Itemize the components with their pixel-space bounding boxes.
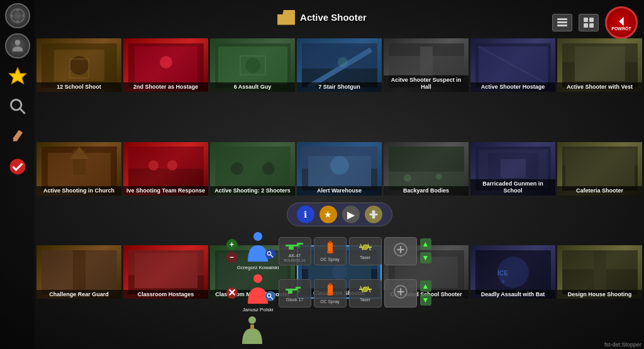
favorite-button[interactable]: ★ bbox=[319, 206, 337, 223]
char-2-item-glock17[interactable]: Glock 17 bbox=[279, 279, 311, 307]
thumb-label: Cafeteria Shooter bbox=[557, 186, 642, 196]
char-1-avatar bbox=[243, 231, 273, 264]
svg-point-8 bbox=[11, 100, 21, 110]
char-2-down-arrow[interactable]: ▼ bbox=[420, 294, 431, 306]
svg-point-27 bbox=[160, 56, 172, 69]
thumb-label: Deadly Assault with Bat bbox=[470, 290, 555, 299]
tool-button[interactable] bbox=[365, 206, 382, 223]
thumb-12-school-shoot[interactable]: 12 School Shoot bbox=[36, 38, 121, 92]
thumb-classroom-hostages[interactable]: Classroom Hostages bbox=[123, 245, 208, 299]
grid-view-button[interactable] bbox=[579, 14, 599, 31]
thumb-active-shooter-hostage[interactable]: Active Shooter Hostage bbox=[470, 38, 555, 92]
person-icon[interactable] bbox=[5, 33, 30, 58]
char-1-item-oc-spray[interactable]: OC Spray bbox=[314, 237, 347, 265]
thumb-label: Active Shooting in Church bbox=[36, 186, 121, 196]
char-1-down-arrow[interactable]: ▼ bbox=[420, 252, 431, 263]
thumb-label: Active Shooter Hostage bbox=[470, 82, 555, 92]
char-1-item-ak47[interactable]: AK-47 BOUNOS.10 bbox=[279, 237, 311, 265]
svg-point-63 bbox=[404, 174, 411, 182]
ak47-label: AK-47 bbox=[289, 253, 301, 258]
char-1-item-taser[interactable]: Taser bbox=[349, 237, 382, 265]
svg-point-122 bbox=[327, 293, 333, 296]
char-2-item-add[interactable] bbox=[384, 279, 417, 307]
back-button-label: POWRÓT bbox=[611, 26, 631, 31]
taser-2-icon bbox=[358, 284, 373, 297]
thumb-acitve-shooter-hall[interactable]: Acitve Shooter Suspect in Hall bbox=[384, 38, 469, 92]
thumb-active-shooter-vest[interactable]: Active Shooter with Vest bbox=[557, 38, 642, 92]
ak47-icon bbox=[286, 240, 304, 253]
svg-point-125 bbox=[363, 287, 368, 292]
char-1-name: Grzegorz Kowalski bbox=[237, 265, 279, 270]
thumb-6-assault-guy[interactable]: 6 Assault Guy bbox=[210, 38, 295, 92]
svg-rect-132 bbox=[250, 324, 254, 330]
svg-point-107 bbox=[363, 245, 368, 250]
svg-point-96 bbox=[267, 252, 271, 255]
char-2-zoom[interactable] bbox=[265, 291, 275, 301]
svg-point-56 bbox=[262, 162, 275, 175]
svg-line-115 bbox=[270, 297, 273, 299]
folder-icon bbox=[277, 10, 295, 25]
check-icon[interactable] bbox=[5, 154, 30, 179]
thumb-cafeteria-shooter[interactable]: Cafeteria Shooter bbox=[557, 142, 642, 196]
thumb-backyard-bodies[interactable]: Backyard Bodies bbox=[384, 142, 469, 196]
char-1-arrows: ▲ ▼ bbox=[420, 238, 431, 263]
char-2-avatar bbox=[243, 274, 273, 306]
character-panel: + − Grzegorz Kowalski bbox=[226, 231, 453, 346]
thumb-alert-warehouse[interactable]: Alert Warehouse bbox=[297, 142, 382, 196]
taser-2-label: Taser bbox=[360, 297, 370, 302]
svg-rect-54 bbox=[215, 147, 291, 191]
add-item-2-icon bbox=[394, 285, 408, 301]
thumb-challenge-rear-guard[interactable]: Challenge Rear Guard bbox=[36, 245, 121, 299]
thumb-ive-shooting-team[interactable]: Ive Shooting Team Response bbox=[123, 142, 208, 196]
remove-char-2-button[interactable]: ✕ bbox=[226, 287, 238, 299]
oc-spray-2-icon bbox=[325, 282, 336, 299]
char-2-arrows: ▲ ▼ bbox=[420, 280, 431, 306]
ak47-sublabel: BOUNOS.10 bbox=[284, 258, 305, 262]
char-1-item-add[interactable] bbox=[384, 237, 417, 265]
character-row-2: ✕ Janusz Polski bbox=[226, 274, 453, 313]
char-2-controls: ✕ bbox=[226, 287, 238, 299]
char-1-up-arrow[interactable]: ▲ bbox=[420, 238, 431, 250]
thumb-design-house-shooting[interactable]: Design House Shooting bbox=[557, 245, 642, 299]
oc-spray-label: OC Spray bbox=[320, 257, 340, 262]
svg-point-60 bbox=[330, 156, 349, 175]
thumb-active-shooting-church[interactable]: Active Shooting in Church bbox=[36, 142, 121, 196]
list-view-button[interactable] bbox=[552, 14, 572, 31]
svg-line-97 bbox=[270, 255, 273, 257]
search-icon[interactable] bbox=[5, 94, 30, 119]
character-row-3 bbox=[239, 316, 453, 346]
svg-marker-7 bbox=[9, 68, 26, 84]
char-1-zoom[interactable] bbox=[265, 249, 275, 259]
thumb-active-shooting-2[interactable]: Active Shooting: 2 Shooters bbox=[210, 142, 295, 196]
char-2-item-oc-spray[interactable]: OC Spray bbox=[314, 279, 347, 307]
thumb-barricaded-gunmen[interactable]: Barricaded Gunmen in School bbox=[470, 142, 555, 196]
thumb-2nd-shooter-hostage[interactable]: 2nd Shooter as Hostage bbox=[123, 38, 208, 92]
add-char-1-button[interactable]: + bbox=[226, 239, 238, 250]
star-sidebar-icon[interactable] bbox=[5, 64, 30, 89]
taser-label: Taser bbox=[360, 255, 370, 260]
page-title: Active Shooter bbox=[300, 12, 367, 23]
play-button[interactable]: ▶ bbox=[342, 206, 360, 223]
svg-point-30 bbox=[245, 58, 260, 73]
status-text: fst-det:Stopper bbox=[604, 341, 641, 348]
svg-text:ICE: ICE bbox=[497, 270, 508, 277]
remove-char-1-button[interactable]: − bbox=[226, 252, 238, 263]
thumb-label: 2nd Shooter as Hostage bbox=[123, 82, 208, 92]
char-1-controls: + − bbox=[226, 239, 238, 263]
thumb-7-stair-shotgun[interactable]: 7 Stair Shotgun bbox=[297, 38, 382, 92]
info-button[interactable]: ℹ bbox=[297, 206, 314, 223]
char-2-up-arrow[interactable]: ▲ bbox=[420, 280, 431, 292]
svg-point-6 bbox=[14, 40, 20, 45]
back-button[interactable]: POWRÓT bbox=[605, 6, 638, 39]
svg-rect-74 bbox=[73, 250, 86, 294]
char-2-items: Glock 17 OC Spray bbox=[279, 279, 417, 307]
svg-point-35 bbox=[338, 57, 348, 67]
pencil-icon[interactable] bbox=[5, 124, 30, 149]
char-2-item-taser[interactable]: Taser bbox=[349, 279, 382, 307]
glock-icon bbox=[286, 284, 304, 297]
film-icon[interactable] bbox=[5, 3, 30, 28]
glock-label: Glock 17 bbox=[286, 297, 304, 302]
thumb-deadly-assault-bat[interactable]: ICE 9 Deadly Assault with Bat bbox=[470, 245, 555, 299]
add-item-icon bbox=[394, 243, 408, 259]
oc-spray-2-label: OC Spray bbox=[320, 299, 340, 304]
